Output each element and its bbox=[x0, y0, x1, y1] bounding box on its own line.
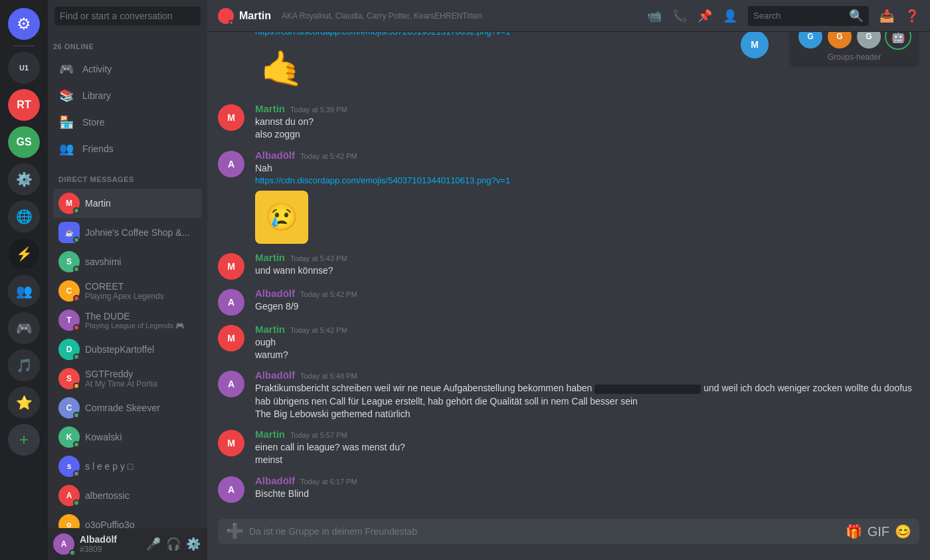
dm-item-johnie[interactable]: ☕ Johnie's Coffee Shop &... bbox=[53, 218, 202, 247]
msg-content-8: Albadölf Today at 6:17 PM Bischte Blind bbox=[255, 475, 919, 503]
nav-store[interactable]: 🏪 Store bbox=[53, 109, 202, 136]
msg-content-1: Martin Today at 5:39 PM kannst du on? al… bbox=[255, 103, 919, 141]
server-icon-8[interactable]: 🎮 bbox=[8, 312, 40, 344]
mute-icon[interactable]: 🎤 bbox=[145, 535, 162, 553]
floating-avatar-img: M bbox=[739, 32, 771, 60]
redacted-text bbox=[595, 385, 701, 394]
chat-header-actions: 📹 📞 📌 👤 🔍 📥 ❓ bbox=[647, 6, 919, 26]
deafen-icon[interactable]: 🎧 bbox=[165, 535, 182, 553]
server-icon-6[interactable]: ⚡ bbox=[8, 238, 40, 270]
dm-item-thedude[interactable]: T The DUDE Playing League of Legends 🎮 bbox=[53, 306, 202, 335]
dm-avatar-wrap-o3o: o bbox=[58, 514, 80, 528]
home-button[interactable]: ⚙ bbox=[8, 8, 40, 40]
msg-time-7: Today at 5:57 PM bbox=[290, 431, 347, 439]
online-count: 26 ONLINE bbox=[48, 32, 207, 53]
video-call-icon[interactable]: 📹 bbox=[647, 9, 662, 23]
msg-link-0[interactable]: https://cdn.discordapp.com/emojis/537285… bbox=[255, 32, 510, 37]
msg-content-7: Martin Today at 5:57 PM einen call in le… bbox=[255, 428, 919, 467]
nav-activity-label: Activity bbox=[82, 64, 112, 74]
server-icon-7[interactable]: 👥 bbox=[8, 275, 40, 307]
inbox-icon[interactable]: 📥 bbox=[880, 9, 894, 23]
message-input-wrapper: ➕ 🎁 GIF 😊 bbox=[218, 519, 919, 544]
dm-info-kowalski: Kowalski bbox=[85, 432, 197, 442]
msg-text-5a: ough bbox=[255, 336, 919, 349]
pikachu-emoji: 😢 bbox=[255, 191, 308, 244]
server-divider bbox=[13, 45, 35, 47]
msg-author-6: Albadölf bbox=[255, 369, 295, 381]
dm-sub-sgtfreddy: At My Time At Portia bbox=[85, 379, 197, 389]
dm-avatar-wrap-sleepy: s bbox=[58, 456, 80, 477]
server-icon-4[interactable]: ⚙️ bbox=[8, 163, 40, 195]
gift-icon[interactable]: 🎁 bbox=[846, 523, 862, 539]
server-icon-3[interactable]: GS bbox=[8, 126, 40, 158]
server-icon-add[interactable]: + bbox=[8, 424, 40, 456]
dm-sub-coreet: Playing Apex Legends bbox=[85, 292, 197, 301]
dm-item-albertossic[interactable]: A albertossic bbox=[53, 481, 202, 510]
groups-avatar-4: 🤖 bbox=[885, 32, 911, 50]
msg-text-7a: einen call in league? was menst du? bbox=[255, 441, 919, 454]
msg-header-5: Martin Today at 5:42 PM bbox=[255, 324, 919, 335]
msg-text-6a: Praktikumsbericht schreiben weil wir ne … bbox=[255, 382, 919, 395]
dm-status-kowalski bbox=[73, 441, 80, 448]
groups-avatar-1: G bbox=[797, 32, 824, 50]
msg-link-2[interactable]: https://cdn.discordapp.com/emojis/540371… bbox=[255, 175, 510, 185]
message-input[interactable] bbox=[249, 519, 840, 544]
dm-avatar-wrap-johnie: ☕ bbox=[58, 222, 80, 243]
message-group-5: M Martin Today at 5:42 PM ough warum? bbox=[207, 321, 930, 365]
msg-text-1b: also zoggn bbox=[255, 128, 919, 141]
dm-item-martin[interactable]: M Martin bbox=[53, 189, 202, 218]
emoji-icon[interactable]: 😊 bbox=[895, 523, 911, 539]
wave-sticker: 🤙 bbox=[255, 42, 308, 95]
sidebar: 26 ONLINE 🎮 Activity 📚 Library 🏪 Store 👥… bbox=[48, 0, 207, 560]
server-icon-1[interactable]: U1 bbox=[8, 52, 40, 84]
nav-store-label: Store bbox=[82, 117, 104, 128]
dm-status-albertossic bbox=[73, 500, 80, 506]
chat-search-input[interactable] bbox=[753, 11, 846, 21]
dm-item-sgtfreddy[interactable]: S SGTFreddy At My Time At Portia bbox=[53, 364, 202, 393]
dm-name-johnie: Johnie's Coffee Shop &... bbox=[85, 227, 197, 238]
server-icon-5[interactable]: 🌐 bbox=[8, 201, 40, 233]
voice-call-icon[interactable]: 📞 bbox=[672, 9, 687, 23]
dm-item-coreet[interactable]: C COREET Playing Apex Legends bbox=[53, 276, 202, 306]
settings-icon[interactable]: ⚙️ bbox=[185, 535, 202, 553]
dm-avatar-wrap-comrade: C bbox=[58, 397, 80, 419]
dm-status-sleepy bbox=[73, 470, 80, 477]
nav-activity[interactable]: 🎮 Activity bbox=[53, 56, 202, 82]
msg-author-7: Martin bbox=[255, 428, 285, 440]
add-friend-icon[interactable]: 👤 bbox=[723, 9, 737, 23]
server-icon-9[interactable]: 🎵 bbox=[8, 349, 40, 381]
dm-item-savshimi[interactable]: S savshimi bbox=[53, 247, 202, 276]
dm-avatar-wrap-thedude: T bbox=[58, 310, 80, 331]
dm-avatar-wrap-albertossic: A bbox=[58, 485, 80, 506]
msg-avatar-spacer-0 bbox=[218, 32, 244, 95]
gif-icon[interactable]: GIF bbox=[868, 524, 889, 539]
msg-content-5: Martin Today at 5:42 PM ough warum? bbox=[255, 324, 919, 362]
dm-item-kowalski[interactable]: K Kowalski bbox=[53, 422, 202, 452]
dm-item-comrade[interactable]: C Comrade Skeever bbox=[53, 393, 202, 422]
help-icon[interactable]: ❓ bbox=[905, 9, 919, 23]
msg-time-1: Today at 5:39 PM bbox=[290, 106, 347, 114]
dm-item-dubstep[interactable]: D DubstepKartoffel bbox=[53, 335, 202, 364]
nav-friends-label: Friends bbox=[82, 143, 114, 154]
server-icon-2[interactable]: RT bbox=[8, 89, 40, 121]
msg-author-4: Albadölf bbox=[255, 288, 295, 299]
nav-library[interactable]: 📚 Library bbox=[53, 82, 202, 109]
msg-header-7: Martin Today at 5:57 PM bbox=[255, 428, 919, 440]
dm-name-o3o: o3oPuffio3o bbox=[85, 519, 197, 528]
message-group-1: M Martin Today at 5:39 PM kannst du on? … bbox=[207, 100, 930, 144]
msg-time-8: Today at 6:17 PM bbox=[300, 478, 357, 486]
search-icon: 🔍 bbox=[849, 9, 864, 23]
server-icon-10[interactable]: ⭐ bbox=[8, 387, 40, 419]
pin-icon[interactable]: 📌 bbox=[698, 9, 712, 23]
dm-item-sleepy[interactable]: s s l e e p y □ bbox=[53, 452, 202, 481]
dm-item-o3o[interactable]: o o3oPuffio3o bbox=[53, 510, 202, 528]
friends-icon: 👥 bbox=[58, 141, 74, 157]
msg-time-5: Today at 5:42 PM bbox=[290, 326, 347, 334]
add-attachment-icon[interactable]: ➕ bbox=[226, 523, 244, 540]
search-input[interactable] bbox=[54, 7, 201, 25]
nav-friends[interactable]: 👥 Friends bbox=[53, 136, 202, 162]
msg-header-2: Albadölf Today at 5:42 PM bbox=[255, 149, 919, 161]
msg-avatar-7: M bbox=[218, 430, 244, 456]
msg-text-6c: The Big Lebowski gethemed natürlich bbox=[255, 408, 919, 420]
msg-author-1: Martin bbox=[255, 103, 285, 114]
